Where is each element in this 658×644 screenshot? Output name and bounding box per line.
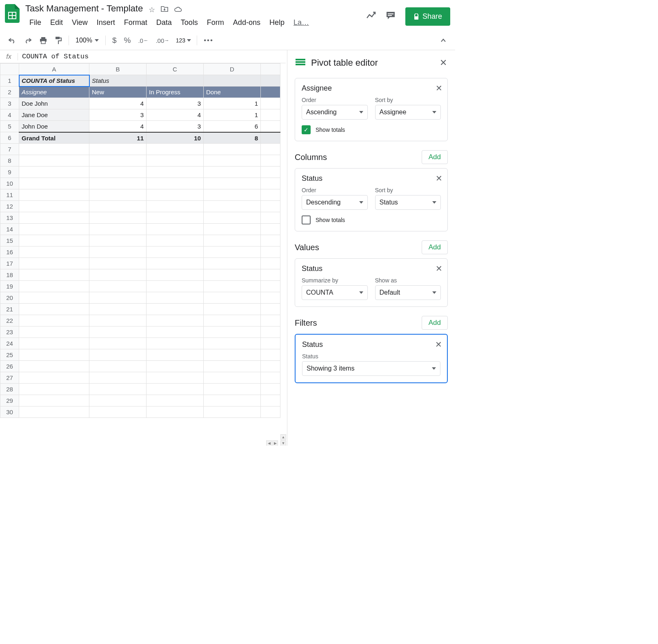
summarize-select[interactable]: COUNTA: [302, 285, 368, 300]
row-header[interactable]: 14: [0, 224, 19, 235]
cell[interactable]: [204, 75, 261, 87]
col-header[interactable]: B: [89, 64, 147, 75]
menu-view[interactable]: View: [68, 17, 92, 29]
spreadsheet-grid[interactable]: A B C D 1 COUNTA of Status Status 2: [0, 63, 280, 418]
rows-field-card[interactable]: ✕ Assignee Order Ascending Sort by Assig…: [295, 78, 448, 141]
cell[interactable]: [261, 109, 280, 121]
cell[interactable]: 10: [147, 132, 204, 144]
filter-items-select[interactable]: Showing 3 items: [302, 361, 440, 376]
add-value-button[interactable]: Add: [422, 240, 448, 254]
add-filter-button[interactable]: Add: [422, 316, 448, 330]
menu-edit[interactable]: Edit: [46, 17, 67, 29]
collapse-toolbar-icon[interactable]: [440, 37, 446, 44]
row-header[interactable]: 21: [0, 304, 19, 315]
cell[interactable]: Jane Doe: [19, 109, 89, 121]
cell[interactable]: 8: [204, 132, 261, 144]
increase-decimal-icon[interactable]: .00→: [152, 35, 172, 47]
cell[interactable]: 11: [89, 132, 147, 144]
row-header[interactable]: 28: [0, 384, 19, 395]
menu-addons[interactable]: Add-ons: [229, 17, 265, 29]
print-icon[interactable]: [36, 34, 51, 47]
remove-field-icon[interactable]: ✕: [435, 340, 442, 349]
show-totals-checkbox[interactable]: ✓: [302, 125, 311, 134]
menu-tools[interactable]: Tools: [177, 17, 202, 29]
cell[interactable]: COUNTA of Status: [19, 75, 89, 87]
cell[interactable]: [261, 121, 280, 132]
cell[interactable]: 1: [204, 109, 261, 121]
redo-icon[interactable]: [20, 35, 35, 46]
row-header[interactable]: 26: [0, 361, 19, 372]
activity-icon[interactable]: [366, 11, 376, 22]
paint-format-icon[interactable]: [51, 34, 65, 47]
row-header[interactable]: 7: [0, 144, 19, 155]
more-formats-select[interactable]: 123: [173, 37, 193, 44]
formula-bar[interactable]: COUNTA of Status: [18, 53, 286, 60]
zoom-select[interactable]: 100%: [72, 37, 102, 44]
col-header[interactable]: C: [147, 64, 204, 75]
cell[interactable]: 3: [147, 121, 204, 132]
cell[interactable]: [261, 98, 280, 109]
row-header[interactable]: 12: [0, 201, 19, 212]
filters-field-card[interactable]: ✕ Status Status Showing 3 items: [295, 334, 448, 383]
remove-field-icon[interactable]: ✕: [436, 83, 442, 93]
row-header[interactable]: 2: [0, 87, 19, 98]
cell[interactable]: Assignee: [19, 87, 89, 98]
row-header[interactable]: 15: [0, 235, 19, 246]
cell[interactable]: New: [89, 87, 147, 98]
cell[interactable]: 6: [204, 121, 261, 132]
row-header[interactable]: 6: [0, 132, 19, 144]
row-header[interactable]: 20: [0, 292, 19, 304]
menu-insert[interactable]: Insert: [93, 17, 119, 29]
row-header[interactable]: 4: [0, 109, 19, 121]
cell[interactable]: [261, 75, 280, 87]
remove-field-icon[interactable]: ✕: [436, 264, 442, 273]
cell[interactable]: 3: [89, 109, 147, 121]
values-field-card[interactable]: ✕ Status Summarize by COUNTA Show as Def…: [295, 258, 448, 307]
row-header[interactable]: 3: [0, 98, 19, 109]
menu-format[interactable]: Format: [120, 17, 151, 29]
showas-select[interactable]: Default: [375, 285, 441, 300]
cell[interactable]: 4: [89, 121, 147, 132]
menu-form[interactable]: Form: [203, 17, 228, 29]
cell[interactable]: 4: [147, 109, 204, 121]
row-header[interactable]: 9: [0, 167, 19, 178]
cell[interactable]: Grand Total: [19, 132, 89, 144]
move-icon[interactable]: [161, 6, 168, 14]
col-header[interactable]: D: [204, 64, 261, 75]
row-header[interactable]: 17: [0, 258, 19, 269]
columns-field-card[interactable]: ✕ Status Order Descending Sort by Status…: [295, 168, 448, 231]
comments-icon[interactable]: [386, 11, 396, 22]
more-toolbar-icon[interactable]: •••: [200, 34, 217, 47]
sortby-select[interactable]: Assignee: [375, 105, 441, 120]
cell[interactable]: Done: [204, 87, 261, 98]
currency-icon[interactable]: $: [109, 33, 120, 47]
col-header[interactable]: A: [19, 64, 89, 75]
cell[interactable]: [147, 75, 204, 87]
cell[interactable]: 1: [204, 98, 261, 109]
cell[interactable]: [261, 132, 280, 144]
menu-truncated[interactable]: La…: [289, 17, 313, 29]
row-header[interactable]: 13: [0, 212, 19, 224]
row-header[interactable]: 29: [0, 395, 19, 406]
percent-icon[interactable]: %: [121, 33, 134, 47]
row-header[interactable]: 10: [0, 178, 19, 189]
row-header[interactable]: 11: [0, 189, 19, 201]
menu-help[interactable]: Help: [265, 17, 289, 29]
order-select[interactable]: Descending: [302, 195, 368, 210]
cell[interactable]: 4: [89, 98, 147, 109]
share-button[interactable]: Share: [405, 7, 450, 26]
row-header[interactable]: 18: [0, 269, 19, 281]
remove-field-icon[interactable]: ✕: [436, 173, 442, 183]
row-header[interactable]: 30: [0, 406, 19, 418]
row-header[interactable]: 19: [0, 281, 19, 292]
row-header[interactable]: 5: [0, 121, 19, 132]
row-header[interactable]: 27: [0, 372, 19, 384]
vertical-scrollbar[interactable]: ▲▼: [280, 434, 286, 446]
col-header[interactable]: [261, 64, 280, 75]
select-all-cell[interactable]: [0, 64, 19, 75]
star-icon[interactable]: ☆: [149, 5, 155, 14]
row-header[interactable]: 23: [0, 326, 19, 338]
add-column-button[interactable]: Add: [422, 150, 448, 164]
cell[interactable]: 3: [147, 98, 204, 109]
decrease-decimal-icon[interactable]: .0←: [135, 35, 151, 47]
